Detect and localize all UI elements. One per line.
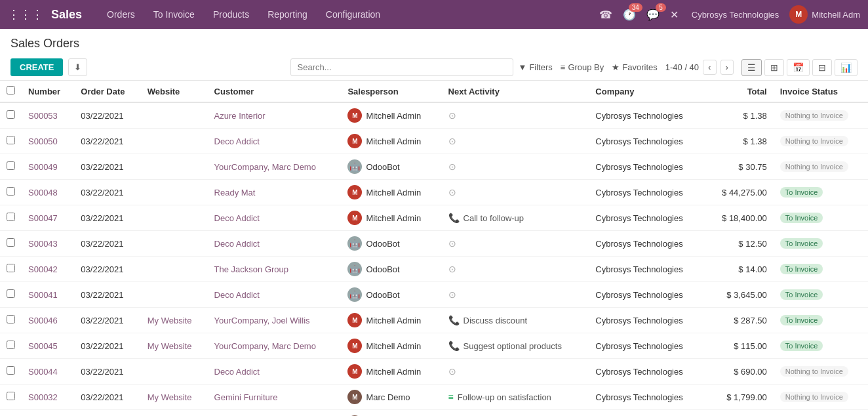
table-body: S0005303/22/2021Azure InteriorMMitchell … — [0, 102, 868, 416]
pager-next[interactable]: › — [720, 60, 734, 75]
select-all-header[interactable] — [0, 81, 22, 102]
customer-name[interactable]: Deco Addict — [208, 231, 342, 257]
salesperson-name: OdooBot — [366, 290, 399, 300]
header-total[interactable]: Total — [706, 81, 774, 102]
salesperson: MMitchell Admin — [341, 359, 441, 385]
website-link[interactable]: My Website — [148, 392, 192, 402]
groupby-button[interactable]: ≡ Group By — [561, 62, 604, 72]
status-badge: Nothing to Invoice — [780, 110, 848, 121]
invoice-status: To Invoice — [774, 205, 868, 231]
close-icon[interactable]: ✕ — [667, 6, 681, 24]
customer-name[interactable]: Azure Interior — [208, 102, 342, 129]
website — [141, 257, 208, 282]
message-icon[interactable]: 💬5 — [644, 6, 662, 24]
pager-prev[interactable]: ‹ — [703, 60, 716, 75]
row-checkbox[interactable] — [7, 366, 15, 375]
brand-name[interactable]: Sales — [51, 8, 82, 22]
favorites-button[interactable]: ★ Favorites — [612, 62, 657, 72]
customer-name[interactable]: Deco Addict — [208, 282, 342, 308]
invoice-status: To Invoice — [774, 282, 868, 308]
order-number[interactable]: S00048 — [22, 180, 74, 205]
row-checkbox-cell — [0, 257, 22, 282]
row-checkbox[interactable] — [7, 136, 15, 144]
next-activity: 📞Call to follow-up — [442, 205, 589, 231]
menu-configuration[interactable]: Configuration — [317, 0, 389, 29]
order-number[interactable]: S00041 — [22, 282, 74, 308]
order-number[interactable]: S00032 — [22, 385, 74, 410]
grid-icon[interactable]: ⋮⋮⋮ — [8, 7, 43, 22]
menu-reporting[interactable]: Reporting — [258, 0, 317, 29]
row-checkbox-cell — [0, 333, 22, 359]
order-number[interactable]: S00050 — [22, 129, 74, 154]
order-date: 03/22/2021 — [74, 410, 140, 417]
website — [141, 231, 208, 257]
row-checkbox[interactable] — [7, 161, 15, 170]
order-number[interactable]: S00049 — [22, 154, 74, 180]
activity-discuss-icon: 📞 — [448, 315, 460, 325]
header-invoice-status[interactable]: Invoice Status — [774, 81, 868, 102]
menu-products[interactable]: Products — [204, 0, 258, 29]
user-name: Mitchell Adm — [812, 10, 860, 20]
menu-to-invoice[interactable]: To Invoice — [144, 0, 204, 29]
salesperson-avatar: 🤖 — [347, 262, 362, 276]
row-checkbox[interactable] — [7, 315, 15, 323]
row-checkbox[interactable] — [7, 392, 15, 400]
row-checkbox[interactable] — [7, 341, 15, 349]
order-number[interactable]: S00042 — [22, 257, 74, 282]
website-link[interactable]: My Website — [148, 316, 192, 325]
order-number[interactable]: S00043 — [22, 231, 74, 257]
header-salesperson[interactable]: Salesperson — [341, 81, 441, 102]
salesperson-cell: MMitchell Admin — [347, 108, 435, 123]
activity-icon[interactable]: 🕐34 — [620, 6, 639, 24]
customer-name[interactable]: Deco Addict — [208, 129, 342, 154]
row-checkbox[interactable] — [7, 110, 15, 119]
calendar-view-button[interactable]: 📅 — [787, 59, 810, 76]
header-number[interactable]: Number — [22, 81, 74, 102]
order-number[interactable]: S00047 — [22, 205, 74, 231]
customer-name[interactable]: Gemini Furniture — [208, 410, 342, 417]
customer-name[interactable]: Deco Addict — [208, 205, 342, 231]
row-checkbox[interactable] — [7, 213, 15, 221]
customer-name[interactable]: YourCompany, Marc Demo — [208, 333, 342, 359]
customer-name[interactable]: Ready Mat — [208, 180, 342, 205]
row-checkbox[interactable] — [7, 264, 15, 272]
row-checkbox[interactable] — [7, 187, 15, 196]
order-date: 03/22/2021 — [74, 385, 140, 410]
header-next-activity[interactable]: Next Activity — [442, 81, 589, 102]
menu-orders[interactable]: Orders — [98, 0, 144, 29]
row-checkbox[interactable] — [7, 289, 15, 298]
header-website[interactable]: Website — [141, 81, 208, 102]
row-checkbox[interactable] — [7, 238, 15, 247]
salesperson-avatar: M — [347, 185, 362, 199]
order-number[interactable]: S00053 — [22, 102, 74, 129]
customer-name[interactable]: Deco Addict — [208, 359, 342, 385]
phone-icon[interactable]: ☎ — [597, 6, 615, 24]
pivot-view-button[interactable]: ⊟ — [812, 59, 832, 76]
download-button[interactable]: ⬇ — [68, 58, 87, 76]
create-button[interactable]: CREATE — [10, 58, 63, 76]
filters-button[interactable]: ▼ Filters — [519, 62, 553, 72]
next-activity-cell: ≡Follow-up on satisfaction — [448, 392, 583, 402]
order-number[interactable]: S00045 — [22, 333, 74, 359]
table-row: S0005003/22/2021Deco AddictMMitchell Adm… — [0, 129, 868, 154]
header-customer[interactable]: Customer — [208, 81, 342, 102]
star-icon: ★ — [612, 62, 620, 72]
customer-name[interactable]: The Jackson Group — [208, 257, 342, 282]
search-input[interactable] — [290, 58, 513, 76]
user-menu[interactable]: M Mitchell Adm — [789, 5, 860, 24]
header-company[interactable]: Company — [589, 81, 705, 102]
kanban-view-button[interactable]: ⊞ — [764, 59, 784, 76]
select-all-checkbox[interactable] — [7, 86, 15, 94]
order-number[interactable]: S00044 — [22, 359, 74, 385]
header-order-date[interactable]: Order Date — [74, 81, 140, 102]
order-number[interactable]: S00046 — [22, 308, 74, 333]
customer-name[interactable]: YourCompany, Marc Demo — [208, 154, 342, 180]
salesperson-cell: MMitchell Admin — [347, 313, 435, 327]
graph-view-button[interactable]: 📊 — [835, 59, 858, 76]
customer-name[interactable]: Gemini Furniture — [208, 385, 342, 410]
customer-name[interactable]: YourCompany, Joel Willis — [208, 308, 342, 333]
order-number[interactable]: S00037 — [22, 410, 74, 417]
list-view-button[interactable]: ☰ — [741, 59, 762, 76]
salesperson-name: Mitchell Admin — [366, 136, 421, 146]
website-link[interactable]: My Website — [148, 341, 192, 351]
